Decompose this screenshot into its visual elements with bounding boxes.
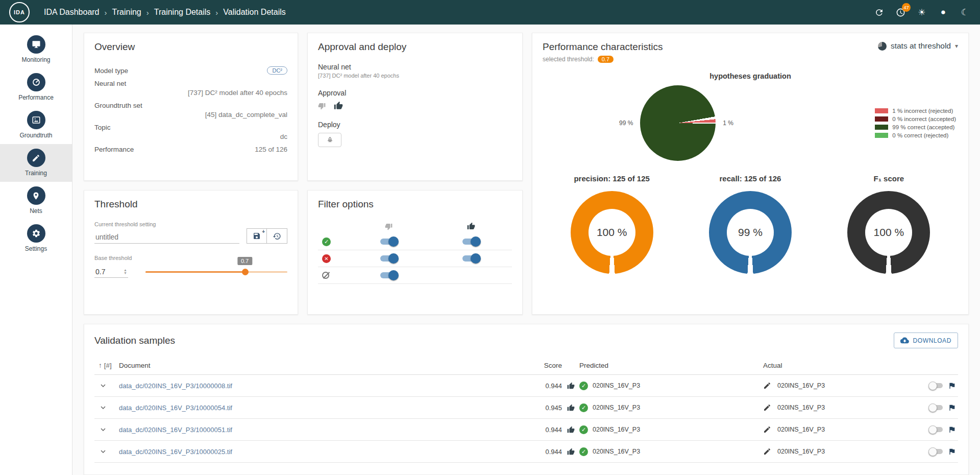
stats-mode-dropdown[interactable]: stats at threshold ▾ (878, 41, 958, 51)
edit-icon[interactable] (763, 425, 771, 434)
field-value: [737] DC² model after 40 epochs (94, 89, 287, 97)
overview-title: Overview (94, 41, 287, 53)
notifications-button[interactable]: 47 (894, 6, 906, 18)
expand-row-icon[interactable] (99, 381, 108, 390)
sidebar-item-training[interactable]: Training (0, 144, 72, 182)
document-link[interactable]: data_dc/020INS_16V_P3/10000051.tif (119, 426, 232, 434)
field-topic: Topic dc (94, 121, 287, 143)
donut-title: recall: 125 of 126 (720, 174, 781, 183)
flag-icon[interactable] (948, 447, 956, 456)
ida-logo[interactable]: IDA (9, 2, 30, 22)
check-circle-icon: ✓ (322, 238, 331, 246)
thumb-up-icon (567, 404, 575, 412)
number-stepper-icon[interactable]: ▲▼ (124, 269, 127, 275)
column-index[interactable]: [#] (104, 362, 112, 369)
row-toggle[interactable] (929, 427, 943, 432)
filter-row-correct: ✓ (318, 233, 512, 250)
sidebar-item-nets[interactable]: Nets (0, 182, 72, 220)
row-toggle[interactable] (929, 383, 943, 388)
theme-light-button[interactable]: ☀ (916, 6, 928, 18)
base-threshold-label: Base threshold (94, 255, 287, 261)
filter-toggle[interactable] (380, 255, 398, 262)
refresh-icon (874, 8, 884, 17)
sidebar-item-label: Performance (18, 94, 54, 101)
breadcrumb-training[interactable]: Training (112, 8, 141, 17)
refresh-button[interactable] (873, 6, 885, 18)
legend-swatch (875, 125, 888, 130)
breadcrumb-training-details[interactable]: Training Details (154, 8, 211, 17)
filter-options-card: Filter options ✓ ✕ (307, 190, 523, 315)
filter-row-rejected (318, 267, 512, 284)
chevron-right-icon: › (105, 8, 107, 17)
flag-icon[interactable] (948, 403, 956, 412)
pie-label-left: 99 % (619, 120, 633, 127)
expand-row-icon[interactable] (99, 425, 108, 434)
sort-asc-icon[interactable]: ↑ (99, 362, 102, 369)
slider-handle[interactable] (242, 269, 249, 275)
row-toggle[interactable] (929, 405, 943, 410)
sidebar-item-groundtruth[interactable]: Groundtruth (0, 106, 72, 144)
row-toggle[interactable] (929, 449, 943, 454)
notification-badge: 47 (902, 3, 911, 12)
pie-chart-icon (878, 42, 887, 51)
check-circle-icon: ✓ (579, 447, 588, 456)
app-root: IDA IDA Dashboard › Training › Training … (0, 0, 980, 475)
edit-icon[interactable] (763, 382, 771, 390)
document-link[interactable]: data_dc/020INS_16V_P3/10000008.tif (119, 382, 232, 390)
thumb-up-button[interactable] (334, 101, 343, 110)
score-value: 0.944 (516, 448, 562, 456)
sidebar-item-performance[interactable]: Performance (0, 68, 72, 106)
expand-row-icon[interactable] (99, 403, 108, 412)
edit-icon[interactable] (763, 447, 771, 456)
threshold-history-button[interactable] (267, 228, 287, 244)
breadcrumb-ida-dashboard[interactable]: IDA Dashboard (44, 8, 100, 17)
top-bar: IDA IDA Dashboard › Training › Training … (0, 0, 980, 25)
flag-icon[interactable] (948, 382, 956, 390)
thumb-down-button[interactable] (318, 102, 326, 110)
sidebar-item-monitoring[interactable]: Monitoring (0, 31, 72, 68)
score-value: 0.945 (516, 404, 562, 412)
block-icon (322, 272, 329, 279)
theme-dark-button[interactable]: ☾ (959, 6, 971, 18)
document-link[interactable]: data_dc/020INS_16V_P3/10000025.tif (119, 448, 232, 456)
neural-net-label: Neural net (318, 63, 512, 71)
overview-card: Overview Model type DC² Neural net [737]… (84, 33, 298, 181)
logo-text: IDA (14, 9, 25, 15)
download-button[interactable]: DOWNLOAD (894, 332, 958, 348)
filter-toggle[interactable] (380, 239, 398, 245)
theme-auto-button[interactable]: ● (937, 6, 949, 18)
base-threshold-input[interactable]: 0.7 ▲▼ (94, 266, 128, 278)
column-actual[interactable]: Actual (763, 362, 916, 369)
donut-title: F₁ score (874, 174, 904, 183)
field-value: 125 of 126 (255, 146, 287, 153)
main-content: Overview Model type DC² Neural net [737]… (72, 25, 980, 475)
filter-toggle[interactable] (462, 255, 480, 262)
predicted-value: 020INS_16V_P3 (593, 382, 640, 389)
threshold-slider[interactable]: 0.7 (145, 264, 287, 279)
validation-samples-title: Validation samples (94, 335, 175, 346)
threshold-name-input[interactable] (94, 231, 239, 244)
performance-characteristics-card: Performance characteristics selected thr… (532, 33, 969, 315)
document-link[interactable]: data_dc/020INS_16V_P3/10000054.tif (119, 404, 232, 412)
column-score[interactable]: Score (516, 362, 562, 369)
actual-value: 020INS_16V_P3 (777, 448, 825, 455)
pie-label-right: 1 % (723, 120, 733, 127)
filter-header-row (318, 219, 512, 233)
column-document[interactable]: Document (119, 362, 516, 369)
sidebar-item-label: Groundtruth (19, 132, 52, 139)
check-circle-icon: ✓ (579, 382, 588, 390)
f1-score-donut: F₁ score 100 % (820, 174, 958, 274)
deploy-button[interactable] (318, 133, 341, 147)
edit-icon[interactable] (763, 403, 771, 412)
filter-toggle[interactable] (380, 272, 398, 278)
neural-net-value: [737] DC² model after 40 epochs (318, 73, 512, 79)
column-predicted[interactable]: Predicted (579, 362, 763, 369)
legend-swatch (875, 133, 888, 138)
filter-toggle[interactable] (462, 239, 480, 245)
legend-label: 0 % correct (rejected) (892, 132, 948, 138)
save-threshold-button[interactable]: + (247, 228, 267, 244)
flag-icon[interactable] (948, 425, 956, 434)
sidebar-item-settings[interactable]: Settings (0, 220, 72, 257)
legend-label: 1 % incorrect (rejected) (892, 108, 953, 114)
expand-row-icon[interactable] (99, 447, 108, 456)
